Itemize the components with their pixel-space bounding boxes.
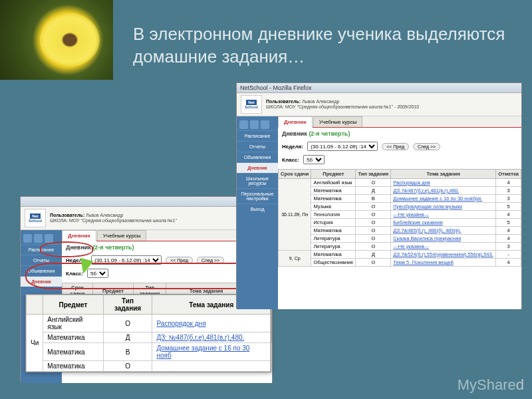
subject-cell: Математика [311, 251, 356, 259]
prev-week-button[interactable]: << Пред [166, 257, 193, 264]
subject-cell: Математика [311, 227, 356, 235]
type-cell: Д [356, 187, 391, 195]
forum-icon[interactable] [250, 120, 259, 129]
week-select[interactable]: (30.11.09 - 6.12.09) :14 [307, 142, 378, 151]
col-type: Тип задания [103, 295, 152, 315]
grade-cell: 3 [496, 243, 521, 251]
tab-diary[interactable]: Дневник [62, 230, 96, 241]
topic-link[interactable]: Сказка Василиса прекрасная [393, 235, 461, 241]
grade-cell: 5 [496, 219, 521, 227]
col-topic: Тема задания [391, 170, 496, 179]
week-select[interactable]: (30.11.09 - 6.12.09) :14 [91, 255, 162, 265]
topic-link[interactable]: ДЗ: №487(б,г,е),481(в,г),480. [393, 188, 459, 194]
col-subject: Предмет [311, 170, 356, 179]
type-cell: О [356, 203, 391, 211]
tab-courses[interactable]: Учебные курсы [97, 230, 147, 241]
subject-cell: Математика [311, 195, 356, 203]
tab-diary[interactable]: Дневник [278, 116, 313, 128]
grade-cell: 4 [496, 227, 521, 235]
topic-link[interactable]: ДЗ: №485(б,г), 486(б), 489(в). [393, 227, 461, 233]
grade-cell: 5 [496, 203, 521, 211]
table-row: МатематикаОДЗ: №485(б,г), 486(б), 489(в)… [279, 227, 521, 235]
sidebar-item-schedule[interactable]: Расписание [21, 244, 62, 255]
type-cell: О [356, 259, 391, 267]
type-cell: О [356, 235, 391, 243]
table-row: МатематикаВДомашнее задание с 16 по 30 н… [27, 343, 271, 361]
sidebar-item-reports[interactable]: Отчеты [237, 141, 278, 152]
sidebar-item-diary[interactable]: Дневник [237, 162, 278, 173]
subject-cell: Литература [311, 235, 356, 243]
topic-cell: Домашнее задание с 16 по 30 ноября. [391, 195, 496, 203]
date-cell: 30.11.09, Пн [279, 179, 311, 251]
col-type: Тип задания [356, 170, 391, 179]
sidebar-nav: Расписание Отчеты Объявления Дневник Шко… [237, 116, 278, 309]
window-titlebar [21, 197, 272, 207]
topic-link[interactable]: Домашнее задание с 16 по 30 нояб [156, 344, 249, 359]
sidebar-item-schedule[interactable]: Расписание [237, 130, 278, 141]
grade-cell: - [496, 251, 521, 259]
topic-link[interactable]: Преобразующая сила музыки [393, 203, 462, 209]
sidebar-item-announce[interactable]: Объявления [237, 152, 278, 162]
type-cell: Д [356, 251, 391, 259]
topic-cell: Тема 5. Поколения вещей [391, 259, 496, 267]
topic-link[interactable]: Тема 5. Поколения вещей [393, 259, 454, 265]
help-icon[interactable] [261, 120, 269, 129]
type-cell: О [356, 227, 391, 235]
grade-cell: 4 [496, 179, 521, 187]
topic-link[interactable]: ---Не указана--- [393, 211, 429, 217]
subject-cell: Музыка [311, 203, 356, 211]
type-cell: О [356, 211, 391, 219]
header-row: Срок сдачи Предмет Тип задания Тема зада… [279, 170, 521, 179]
topic-link[interactable]: Домашнее задание с 16 по 30 ноября. [393, 196, 482, 201]
sidebar-item-reports[interactable]: Отчеты [21, 255, 62, 265]
topic-link[interactable]: ---Не указана--- [393, 243, 429, 249]
diary-heading: Дневник (2-я четверть) [278, 128, 521, 140]
subject-cell: История [311, 219, 356, 227]
subject-cell: Литература [311, 243, 356, 251]
sidebar-item-diary[interactable]: Дневник [21, 276, 62, 287]
table-row: ЛитератураО---Не указана---3 [279, 243, 521, 251]
subject-cell: Технология [311, 211, 356, 219]
type-cell: О [356, 219, 391, 227]
mail-icon[interactable] [23, 234, 32, 243]
table-row: ЧиАнглийский языкОРаспорядок дня [27, 315, 271, 332]
subject-cell: Математика [311, 187, 356, 195]
topic-cell: ---Не указана--- [391, 211, 496, 219]
topic-link[interactable]: Распорядок дня [156, 320, 205, 327]
forum-icon[interactable] [34, 234, 43, 243]
next-week-button[interactable]: След >> [413, 143, 440, 150]
next-week-button[interactable]: След >> [197, 257, 224, 264]
sidebar-item-resources[interactable]: Школьные ресурсы [237, 173, 278, 188]
topic-cell: ---Не указана--- [391, 243, 496, 251]
magnified-table: Предмет Тип задания Тема задания ЧиАнгли… [25, 294, 271, 372]
decorative-flower-image [0, 0, 113, 80]
grade-cell: 3 [496, 195, 521, 203]
table-row: ОбществознаниеОТема 5. Поколения вещей4 [279, 259, 521, 267]
table-row: ЛитератураОСказка Василиса прекрасная4 [279, 235, 521, 243]
sidebar-item-settings[interactable]: Персональные настройки [237, 188, 278, 203]
topic-link[interactable]: Библейские сказания [393, 219, 443, 225]
topic-link[interactable]: ДЗ: №524(б,г),554(уравнением),556(а),543… [393, 251, 493, 257]
type-cell: О [356, 243, 391, 251]
help-icon[interactable] [45, 234, 53, 243]
mail-icon[interactable] [239, 120, 248, 129]
user-info-bar: Net School Пользователь: Львов Александр… [237, 93, 521, 116]
tab-courses[interactable]: Учебные курсы [313, 116, 363, 127]
table-row: 9, СрМатематикаДДЗ: №524(б,г),554(уравне… [279, 251, 521, 259]
topic-link[interactable]: ДЗ: №487(б,г,е),481(в,г),480. [156, 334, 244, 341]
sidebar-item-exit[interactable]: Выход [237, 203, 278, 214]
topic-link[interactable]: Распорядок дня [393, 180, 430, 186]
topic-cell: ДЗ: №524(б,г),554(уравнением),556(а),543… [391, 251, 496, 259]
prev-week-button[interactable]: << Пред [382, 143, 409, 150]
grade-cell: 4 [496, 259, 521, 267]
table-row: МатематикаО [27, 361, 271, 372]
table-row: МузыкаОПреобразующая сила музыки5 [279, 203, 521, 211]
sidebar-item-announce[interactable]: Объявления [21, 265, 62, 276]
subject-cell: Английский язык [311, 179, 356, 187]
watermark: MyShared [458, 376, 524, 394]
col-date: Срок сдачи [279, 170, 311, 179]
topic-cell: Библейские сказания [391, 219, 496, 227]
class-select[interactable]: 5б [303, 155, 325, 164]
type-cell: В [356, 195, 391, 203]
date-col-stub [27, 295, 43, 315]
